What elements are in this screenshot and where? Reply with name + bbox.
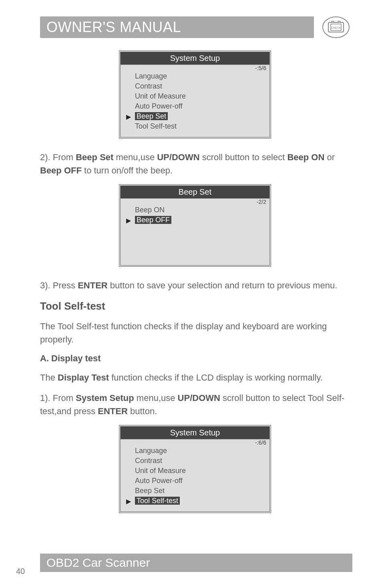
page-title: OWNER'S MANUAL <box>40 16 314 38</box>
check-engine-icon: CHECK <box>322 16 350 38</box>
lcd-menu-item-label: Unit of Measure <box>135 467 186 475</box>
lcd-menu-item-label: Contrast <box>135 82 162 90</box>
cursor-icon: ▶ <box>126 113 131 121</box>
subsection-heading-display-test: A. Display test <box>40 353 350 364</box>
lcd-menu-item: Beep ON <box>125 205 265 215</box>
lcd-menu-item-label: Contrast <box>135 457 162 465</box>
svg-text:CHECK: CHECK <box>331 26 341 29</box>
lcd-title: System Setup <box>121 427 269 439</box>
lcd-menu-item-label: Beep Set <box>135 112 168 120</box>
lcd-title: System Setup <box>121 52 269 64</box>
lcd-menu-item-label: Beep Set <box>135 487 165 495</box>
footer-title: OBD2 Car Scanner <box>40 554 352 572</box>
instruction-step-3: 3). Press ENTER button to save your sele… <box>40 279 350 292</box>
lcd-menu-item: Tool Self-test <box>125 121 265 131</box>
lcd-menu-item: Beep Set <box>125 486 265 496</box>
lcd-menu-item: Contrast <box>125 81 265 91</box>
lcd-menu-item-label: Tool Self-test <box>135 497 180 505</box>
instruction-step-1: 1). From System Setup menu,use UP/DOWN s… <box>40 391 350 418</box>
instruction-step-2: 2). From Beep Set menu,use UP/DOWN scrol… <box>40 151 350 177</box>
lcd-title: Beep Set <box>121 186 269 198</box>
lcd-menu-item: ▶Beep OFF <box>125 215 265 225</box>
lcd-menu-item: ▶Beep Set <box>125 111 265 121</box>
lcd-screen-system-setup-2: System Setup-:6/6LanguageContrastUnit of… <box>119 425 271 513</box>
page-number: 40 <box>16 567 25 576</box>
lcd-menu-item-label: Beep OFF <box>135 216 171 224</box>
lcd-menu-item: Language <box>125 71 265 81</box>
lcd-menu-item: ▶Tool Self-test <box>125 496 265 506</box>
display-test-description: The Display Test function checks if the … <box>40 371 350 384</box>
cursor-icon: ▶ <box>126 217 131 224</box>
lcd-menu-item: Unit of Measure <box>125 466 265 476</box>
cursor-icon: ▶ <box>126 497 131 505</box>
tool-self-test-description: The Tool Self-test function checks if th… <box>40 320 350 346</box>
footer-bar: OBD2 Car Scanner <box>0 554 382 572</box>
lcd-counter: -2/2 <box>121 198 269 205</box>
lcd-menu-item: Auto Power-off <box>125 101 265 111</box>
lcd-counter: -:6/6 <box>121 439 269 446</box>
lcd-menu-item: Contrast <box>125 456 265 466</box>
lcd-menu-item: Language <box>125 446 265 456</box>
section-heading-tool-self-test: Tool Self-test <box>40 300 350 312</box>
lcd-counter: -:5/6 <box>121 64 269 71</box>
lcd-menu-item: Unit of Measure <box>125 91 265 101</box>
lcd-menu-item-label: Auto Power-off <box>135 102 183 110</box>
lcd-menu-item-label: Language <box>135 72 167 80</box>
lcd-menu-item-label: Language <box>135 447 167 455</box>
lcd-menu-item-label: Unit of Measure <box>135 92 186 100</box>
lcd-menu-item: Auto Power-off <box>125 476 265 486</box>
lcd-menu-item-label: Tool Self-test <box>135 122 177 130</box>
lcd-screen-beep-set: Beep Set-2/2Beep ON▶Beep OFF <box>119 184 271 267</box>
lcd-menu-item-label: Auto Power-off <box>135 477 183 485</box>
lcd-screen-system-setup-1: System Setup-:5/6LanguageContrastUnit of… <box>119 50 271 139</box>
lcd-menu-item-label: Beep ON <box>135 206 165 214</box>
header-bar: OWNER'S MANUAL CHECK <box>40 16 350 38</box>
